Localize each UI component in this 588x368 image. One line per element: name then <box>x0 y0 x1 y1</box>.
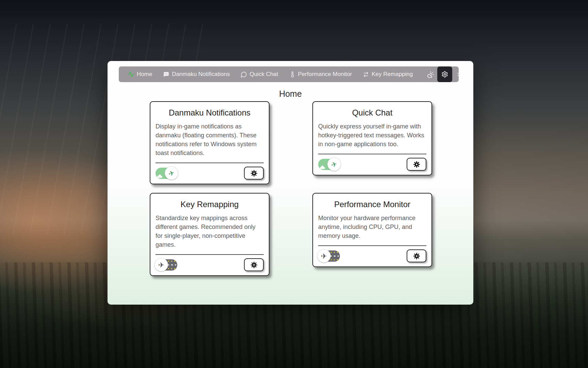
page-title: Home <box>108 89 473 99</box>
tab-key-remapping[interactable]: Key Remapping <box>363 71 413 78</box>
activity-icon <box>128 71 134 78</box>
gear-icon <box>250 261 258 269</box>
card-danmaku-notifications: Danmaku Notifications Display in-game no… <box>150 101 270 184</box>
cloud-decoration-icon <box>320 167 325 169</box>
card-footer <box>318 154 426 171</box>
airplane-icon <box>154 258 168 272</box>
card-title: Key Remapping <box>156 200 264 209</box>
tab-danmaku-notifications[interactable]: Danmaku Notifications <box>163 71 230 78</box>
tab-quick-chat[interactable]: Quick Chat <box>241 71 278 78</box>
card-footer <box>156 163 264 180</box>
gear-icon <box>413 252 421 260</box>
airplane-icon <box>317 249 331 263</box>
card-settings-button[interactable] <box>244 167 264 180</box>
desktop-wallpaper: Home Danmaku Notifications Quick Chat Pe… <box>0 0 588 368</box>
card-quick-chat: Quick Chat Quickly express yourself in-g… <box>312 101 432 175</box>
message-circle-icon <box>241 71 247 78</box>
arrow-left-right-icon <box>363 71 369 78</box>
navbar-actions <box>424 66 466 82</box>
card-footer <box>156 255 264 271</box>
feature-toggle[interactable] <box>318 250 340 262</box>
card-settings-button[interactable] <box>407 249 426 262</box>
cloud-decoration-icon <box>157 176 162 178</box>
card-title: Danmaku Notifications <box>156 108 264 118</box>
tab-label: Home <box>137 71 152 78</box>
gear-icon <box>441 71 448 78</box>
airplane-icon <box>327 157 341 171</box>
card-description: Standardize key mappings across differen… <box>156 214 264 249</box>
message-square-dots-icon <box>163 71 169 78</box>
tab-label: Quick Chat <box>249 71 278 78</box>
tab-label: Key Remapping <box>372 71 413 78</box>
feature-toggle[interactable] <box>156 259 177 271</box>
card-key-remapping: Key Remapping Standardize key mappings a… <box>150 193 270 276</box>
feature-toggle[interactable] <box>156 168 177 179</box>
card-footer <box>318 246 426 262</box>
card-performance-monitor: Performance Monitor Monitor your hardwar… <box>312 193 432 267</box>
navbar: Home Danmaku Notifications Quick Chat Pe… <box>119 66 459 82</box>
tab-performance-monitor[interactable]: Performance Monitor <box>289 71 352 78</box>
card-title: Performance Monitor <box>318 200 426 209</box>
close-icon <box>456 72 462 77</box>
gear-icon <box>250 169 258 177</box>
tab-home[interactable]: Home <box>128 71 152 78</box>
card-description: Display in-game notifications as danmaku… <box>156 122 264 157</box>
gear-icon <box>413 160 421 168</box>
card-settings-button[interactable] <box>244 258 264 271</box>
close-button[interactable] <box>452 66 466 82</box>
tab-label: Danmaku Notifications <box>172 71 230 78</box>
card-description: Monitor your hardware performance anytim… <box>318 214 426 240</box>
feature-cards-grid: Danmaku Notifications Display in-game no… <box>150 101 432 276</box>
card-title: Quick Chat <box>318 108 426 118</box>
airplane-icon <box>165 166 178 180</box>
feature-toggle[interactable] <box>318 159 340 170</box>
weather-button[interactable] <box>424 66 437 82</box>
thermometer-icon <box>289 71 296 78</box>
settings-button[interactable] <box>437 66 452 82</box>
card-description: Quickly express yourself in-game with ho… <box>318 122 426 149</box>
card-settings-button[interactable] <box>407 158 426 171</box>
tab-label: Performance Monitor <box>298 71 352 78</box>
cloud-sun-icon <box>427 71 434 78</box>
app-window: Home Danmaku Notifications Quick Chat Pe… <box>108 61 473 305</box>
